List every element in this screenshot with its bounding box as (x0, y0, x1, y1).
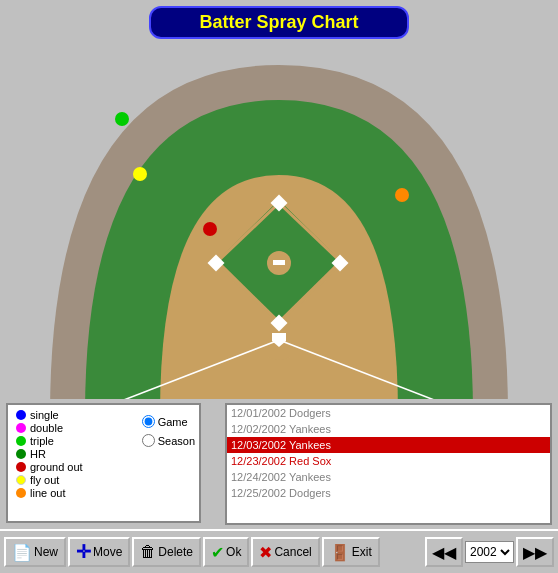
legend-label-single: single (30, 409, 59, 421)
new-button[interactable]: 📄 New (4, 537, 66, 567)
radio-season-row[interactable]: Season (142, 434, 195, 447)
right-arrow-icon: ▶▶ (523, 543, 547, 562)
ok-icon: ✔ (211, 543, 224, 562)
radio-game[interactable] (142, 415, 155, 428)
chart-title: Batter Spray Chart (199, 12, 358, 32)
left-arrow-icon: ◀◀ (432, 543, 456, 562)
dot-double[interactable] (133, 167, 147, 181)
ok-label: Ok (226, 545, 241, 559)
move-button[interactable]: ✛ Move (68, 537, 130, 567)
ok-button[interactable]: ✔ Ok (203, 537, 249, 567)
radio-area: Game Season (142, 415, 195, 447)
dot-lineout[interactable] (395, 188, 409, 202)
legend-label-groundout: ground out (30, 461, 83, 473)
radio-season[interactable] (142, 434, 155, 447)
legend-flyout: fly out (16, 474, 191, 486)
title-bar: Batter Spray Chart (149, 6, 409, 39)
exit-icon: 🚪 (330, 543, 350, 562)
legend-hr: HR (16, 448, 191, 460)
legend-label-triple: triple (30, 435, 54, 447)
legend-dot-hr (16, 449, 26, 459)
legend-label-hr: HR (30, 448, 46, 460)
legend-dot-triple (16, 436, 26, 446)
legend-dot-flyout (16, 475, 26, 485)
dot-groundout[interactable] (203, 222, 217, 236)
year-select[interactable]: 2000 2001 2002 2003 (465, 541, 514, 563)
game-item[interactable]: 12/01/2002 Dodgers (227, 405, 550, 421)
move-label: Move (93, 545, 122, 559)
game-item[interactable]: 12/24/2002 Yankees (227, 469, 550, 485)
toolbar: 📄 New ✛ Move 🗑 Delete ✔ Ok ✖ Cancel 🚪 Ex… (0, 529, 558, 573)
game-list-panel[interactable]: 12/01/2002 Dodgers 12/02/2002 Yankees 12… (225, 403, 552, 525)
spacer (207, 399, 219, 529)
game-item-active[interactable]: 12/03/2002 Yankees (227, 437, 550, 453)
bottom-section: single double triple HR ground out fly o… (0, 399, 558, 529)
field-area (0, 45, 558, 415)
legend-label-flyout: fly out (30, 474, 59, 486)
legend-dot-groundout (16, 462, 26, 472)
legend-dot-single (16, 410, 26, 420)
cancel-icon: ✖ (259, 543, 272, 562)
prev-year-button[interactable]: ◀◀ (425, 537, 463, 567)
dot-triple[interactable] (115, 112, 129, 126)
move-icon: ✛ (76, 541, 91, 563)
legend-label-lineout: line out (30, 487, 65, 499)
delete-label: Delete (158, 545, 193, 559)
dots-container (0, 45, 558, 415)
radio-game-row[interactable]: Game (142, 415, 195, 428)
legend-lineout: line out (16, 487, 191, 499)
legend-dot-double (16, 423, 26, 433)
exit-button[interactable]: 🚪 Exit (322, 537, 380, 567)
game-item[interactable]: 12/25/2002 Dodgers (227, 485, 550, 501)
cancel-label: Cancel (274, 545, 311, 559)
game-list[interactable]: 12/01/2002 Dodgers 12/02/2002 Yankees 12… (227, 405, 550, 523)
legend-groundout: ground out (16, 461, 191, 473)
legend-label-double: double (30, 422, 63, 434)
exit-label: Exit (352, 545, 372, 559)
legend-panel: single double triple HR ground out fly o… (6, 403, 201, 523)
radio-season-label: Season (158, 435, 195, 447)
new-label: New (34, 545, 58, 559)
game-item[interactable]: 12/02/2002 Yankees (227, 421, 550, 437)
game-item[interactable]: 12/23/2002 Red Sox (227, 453, 550, 469)
radio-game-label: Game (158, 416, 188, 428)
cancel-button[interactable]: ✖ Cancel (251, 537, 319, 567)
legend-dot-lineout (16, 488, 26, 498)
next-year-button[interactable]: ▶▶ (516, 537, 554, 567)
new-icon: 📄 (12, 543, 32, 562)
delete-icon: 🗑 (140, 543, 156, 561)
delete-button[interactable]: 🗑 Delete (132, 537, 201, 567)
